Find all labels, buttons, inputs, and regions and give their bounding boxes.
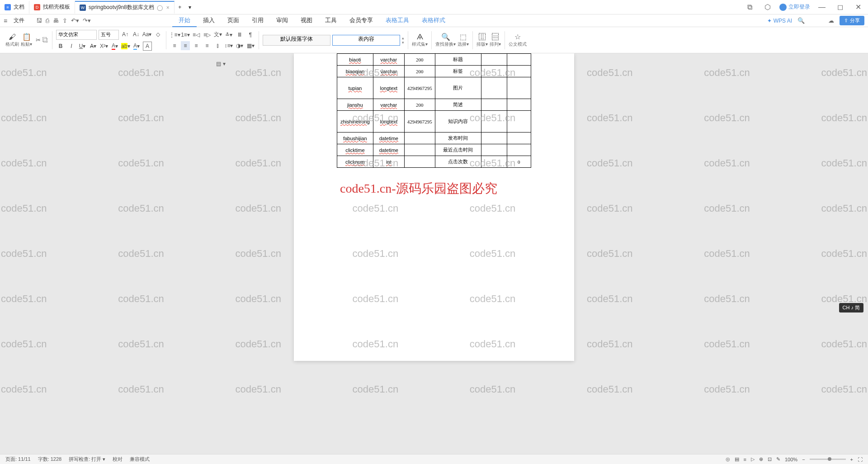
tab-table-tools[interactable]: 表格工具 <box>379 14 415 27</box>
show-marks-icon[interactable]: ¶ <box>246 30 255 39</box>
share-button[interactable]: ⇪ 分享 <box>840 16 864 25</box>
table-cell[interactable]: 4294967295 <box>404 77 435 99</box>
tab-insert[interactable]: 插入 <box>197 14 221 27</box>
search-icon[interactable]: 🔍 <box>797 17 805 24</box>
highlight-icon[interactable]: ab▾ <box>121 42 130 51</box>
status-spell[interactable]: 拼写检查: 打开 ▾ <box>69 456 105 463</box>
table-cell[interactable]: 标签 <box>435 66 481 77</box>
table-cell[interactable]: longtext <box>373 77 404 99</box>
font-size-select[interactable] <box>99 30 119 40</box>
table-cell[interactable]: 4294967295 <box>404 111 435 133</box>
decrease-indent-icon[interactable]: ≡◁ <box>192 30 201 39</box>
tab-review[interactable]: 审阅 <box>270 14 294 27</box>
tab-start[interactable]: 开始 <box>172 14 197 27</box>
cloud-icon[interactable]: ☁ <box>828 17 834 24</box>
tab-documents[interactable]: ≡ 文档 <box>0 1 29 14</box>
arrange-button[interactable]: ⿳ 排列▾ <box>490 33 501 47</box>
table-cell[interactable]: biaoqian <box>337 66 373 77</box>
table-cell[interactable] <box>507 144 531 156</box>
view-focus-icon[interactable]: ⊡ <box>768 456 772 462</box>
pen-icon[interactable]: ✎ <box>776 456 780 462</box>
tab-template[interactable]: D 找稻壳模板 <box>29 1 75 14</box>
font-color-icon[interactable]: A▾ <box>110 42 119 51</box>
strike-icon[interactable]: A̶▾ <box>89 42 98 51</box>
style-up-icon[interactable]: ▴ <box>402 36 404 40</box>
status-words[interactable]: 字数: 1228 <box>38 456 62 463</box>
zoom-slider[interactable] <box>810 459 846 460</box>
align-left-icon[interactable]: ≡ <box>170 41 179 50</box>
cut-icon[interactable]: ✂ <box>36 37 41 43</box>
find-replace-button[interactable]: 🔍 查找替换▾ <box>435 33 456 47</box>
table-cell[interactable]: biaoti <box>337 54 373 66</box>
table-cell[interactable]: datetime <box>373 144 404 156</box>
table-cell[interactable]: varchar <box>373 99 404 111</box>
close-window-icon[interactable]: ✕ <box>852 1 864 14</box>
font-name-select[interactable] <box>56 30 97 40</box>
copy-icon[interactable]: ⿻ <box>42 37 48 43</box>
zoom-out-icon[interactable]: − <box>802 457 805 462</box>
paste-button[interactable]: 📋 粘贴▾ <box>21 33 32 47</box>
increase-font-icon[interactable]: A↑ <box>121 30 130 39</box>
wps-ai-button[interactable]: ✦ WPS AI <box>767 18 792 24</box>
numbering-icon[interactable]: 1≡▾ <box>181 30 190 39</box>
minimize-icon[interactable]: — <box>816 1 828 14</box>
table-cell[interactable]: clicktime <box>337 144 373 156</box>
table-cell[interactable]: varchar <box>373 54 404 66</box>
tab-tools[interactable]: 工具 <box>319 14 343 27</box>
table-cell[interactable] <box>404 156 435 168</box>
tab-current-doc[interactable]: W springbootvj9n8数据库文档 ◯ × <box>75 1 175 14</box>
table-cell[interactable] <box>481 66 507 77</box>
clear-format-icon[interactable]: ◇ <box>153 30 162 39</box>
table-cell[interactable] <box>507 111 531 133</box>
table-cell[interactable] <box>481 99 507 111</box>
table-cell[interactable] <box>481 156 507 168</box>
redo-icon[interactable]: ↷▾ <box>83 17 91 24</box>
table-cell[interactable] <box>507 66 531 77</box>
view-outline-icon[interactable]: ≡ <box>744 457 746 462</box>
view-print-icon[interactable]: ▤ <box>735 456 739 462</box>
align-right-icon[interactable]: ≡ <box>192 41 201 50</box>
export-icon[interactable]: ⇪ <box>62 17 67 24</box>
char-border-icon[interactable]: A <box>143 42 152 51</box>
table-cell[interactable] <box>507 99 531 111</box>
align-center-icon[interactable]: ≡ <box>181 41 190 50</box>
table-cell[interactable]: 200 <box>404 54 435 66</box>
undo-icon[interactable]: ↶▾ <box>71 17 79 24</box>
table-cell[interactable] <box>404 144 435 156</box>
table-cell[interactable]: longtext <box>373 111 404 133</box>
table-cell[interactable]: 标题 <box>435 54 481 66</box>
table-cell[interactable]: 0 <box>507 156 531 168</box>
shading-icon[interactable]: A▾ <box>132 42 141 51</box>
format-brush-button[interactable]: 🖌 格式刷 <box>5 33 19 47</box>
sort-icon[interactable]: Ⅲ <box>235 30 244 39</box>
line-spacing-icon[interactable]: ↕≡▾ <box>224 41 233 50</box>
table-cell[interactable]: 图片 <box>435 77 481 99</box>
tab-menu-button[interactable]: ▾ <box>185 1 194 14</box>
change-case-icon[interactable]: Aa▾ <box>142 30 151 39</box>
tab-reference[interactable]: 引用 <box>245 14 270 27</box>
bold-icon[interactable]: B <box>56 42 65 51</box>
select-button[interactable]: ⬚ 选择▾ <box>458 33 469 47</box>
table-cell[interactable] <box>481 77 507 99</box>
table-cell[interactable] <box>404 133 435 144</box>
increase-indent-icon[interactable]: ≡▷ <box>203 30 212 39</box>
table-cell[interactable]: 点击次数 <box>435 156 481 168</box>
bullets-icon[interactable]: ⋮≡▾ <box>170 30 179 39</box>
document-area[interactable]: ▤ ▾ biaotivarchar200标题biaoqianvarchar200… <box>0 53 868 454</box>
style-table-content[interactable]: 表内容 <box>332 35 400 46</box>
new-tab-button[interactable]: + <box>175 1 185 14</box>
maximize-icon[interactable]: ◻ <box>834 1 846 14</box>
table-cell[interactable] <box>507 77 531 99</box>
table-cell[interactable] <box>481 111 507 133</box>
table-cell[interactable]: datetime <box>373 133 404 144</box>
page-nav-button[interactable]: ▤ ▾ <box>216 61 226 67</box>
save-icon[interactable]: 🖫 <box>36 17 42 24</box>
justify-icon[interactable]: ≡ <box>203 41 212 50</box>
table-cell[interactable]: 最近点击时间 <box>435 144 481 156</box>
text-direction-icon[interactable]: 文▾ <box>213 30 222 39</box>
style-default[interactable]: 默认段落字体 <box>263 35 330 46</box>
table-cell[interactable]: clicknum <box>337 156 373 168</box>
border-icon[interactable]: ▦▾ <box>246 41 255 50</box>
tab-view[interactable]: 视图 <box>294 14 319 27</box>
view-read-icon[interactable]: ▷ <box>751 456 755 462</box>
